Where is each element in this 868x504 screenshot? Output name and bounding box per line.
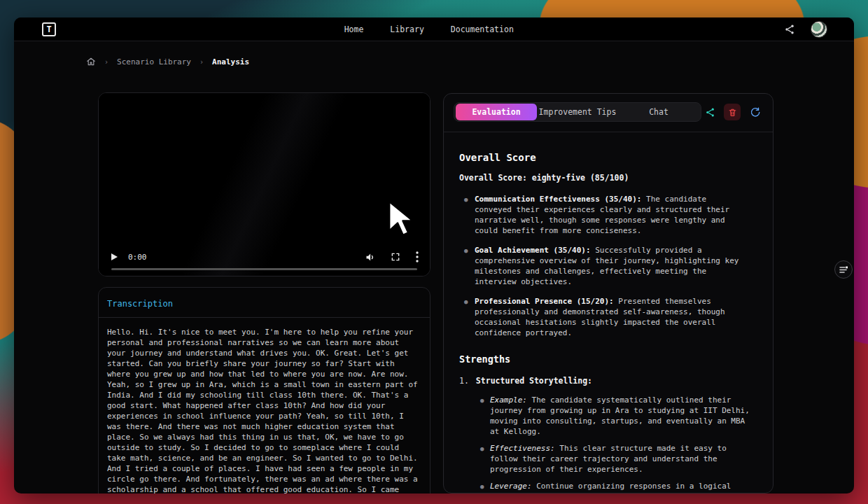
- evaluation-panel: Evaluation Improvement Tips Chat: [443, 93, 774, 493]
- play-button[interactable]: [110, 253, 118, 261]
- app-window: T Home Library Documentation: [14, 18, 854, 493]
- strength-item-title: 1.Structured Storytelling:: [459, 376, 757, 386]
- bullet-dot: ●: [464, 297, 468, 307]
- kebab-menu-icon: [416, 251, 419, 262]
- panel-toggle-button[interactable]: [834, 260, 853, 279]
- list-item: ● Communication Effectiveness (35/40): T…: [459, 194, 748, 236]
- more-options-button[interactable]: [416, 251, 419, 262]
- bullet-lead: Professional Presence (15/20):: [475, 297, 614, 306]
- bullet-dot: ●: [480, 444, 484, 454]
- app-logo[interactable]: T: [42, 22, 56, 36]
- video-time: 0:00: [128, 253, 147, 262]
- list-item: ● Goal Achievement (35/40): Successfully…: [459, 245, 748, 287]
- breadcrumb-current-analysis: Analysis: [212, 57, 249, 66]
- nav-item-documentation[interactable]: Documentation: [451, 24, 514, 34]
- evaluation-content: Overall Score Overall Score: eighty-five…: [444, 132, 773, 493]
- video-progress-bar[interactable]: [111, 268, 417, 270]
- share-icon: [705, 107, 715, 118]
- strength-details-list: ● Example: The candidate systematically …: [459, 395, 757, 493]
- home-icon[interactable]: [86, 57, 96, 66]
- nav-links: Home Library Documentation: [344, 24, 514, 34]
- breadcrumb: › Scenario Library › Analysis: [86, 57, 249, 66]
- list-item: ● Effectiveness: This clear structure ma…: [459, 443, 756, 475]
- strength-item-label: Structured Storytelling:: [476, 376, 592, 386]
- tab-bar: Evaluation Improvement Tips Chat: [454, 102, 701, 122]
- overall-score-heading: Overall Score: [459, 152, 757, 163]
- overall-score-value: Overall Score: eighty-five (85/100): [459, 173, 757, 183]
- video-controls-right: [365, 251, 419, 262]
- fullscreen-icon: [391, 252, 400, 262]
- bullet-dot: ●: [480, 482, 484, 492]
- bullet-dot: ●: [464, 246, 468, 256]
- bullet-lead: Leverage:: [490, 482, 532, 491]
- top-navbar: T Home Library Documentation: [14, 18, 854, 41]
- breadcrumb-scenario-library[interactable]: Scenario Library: [117, 57, 191, 66]
- refresh-icon: [750, 107, 760, 118]
- bullet-lead: Example:: [490, 396, 527, 405]
- volume-icon: [365, 252, 375, 262]
- list-item: ● Leverage: Continue organizing response…: [459, 481, 756, 493]
- share-evaluation-button[interactable]: [701, 104, 718, 120]
- transcription-card: Transcription Hello. Hi. It's nice to me…: [98, 287, 430, 493]
- strengths-heading: Strengths: [459, 354, 757, 365]
- tab-improvement-tips[interactable]: Improvement Tips: [537, 104, 618, 120]
- list-item: ● Professional Presence (15/20): Present…: [459, 296, 748, 338]
- share-icon: [784, 24, 795, 35]
- video-controls: 0:00: [99, 248, 430, 266]
- transcription-text: Hello. Hi. It's nice to meet you. I'm he…: [99, 318, 430, 493]
- bullet-dot: ●: [464, 195, 468, 205]
- tab-chat[interactable]: Chat: [618, 104, 699, 120]
- transcription-title: Transcription: [99, 288, 430, 317]
- tab-evaluation[interactable]: Evaluation: [456, 104, 537, 120]
- trash-icon: [728, 108, 737, 117]
- evaluation-panel-toolbar: Evaluation Improvement Tips Chat: [454, 102, 763, 122]
- bullet-lead: Effectiveness:: [490, 444, 555, 453]
- list-item: ● Example: The candidate systematically …: [459, 395, 756, 437]
- play-icon: [110, 253, 118, 261]
- score-breakdown-list: ● Communication Effectiveness (35/40): T…: [459, 194, 757, 338]
- adjustments-icon: [839, 266, 848, 274]
- strength-item-number: 1.: [459, 376, 469, 386]
- bullet-lead: Communication Effectiveness (35/40):: [475, 195, 641, 204]
- bullet-dot: ●: [480, 396, 484, 406]
- fullscreen-button[interactable]: [391, 252, 400, 262]
- breadcrumb-separator: ›: [104, 58, 108, 66]
- share-button[interactable]: [784, 24, 795, 35]
- video-player-card: 0:00: [98, 92, 430, 276]
- bullet-text: The candidate systematically outlined th…: [490, 396, 750, 436]
- breadcrumb-separator: ›: [200, 58, 204, 66]
- delete-button[interactable]: [724, 104, 741, 120]
- nav-right-actions: [784, 21, 827, 38]
- nav-item-library[interactable]: Library: [390, 24, 424, 34]
- refresh-button[interactable]: [746, 104, 763, 120]
- volume-button[interactable]: [365, 252, 375, 262]
- bullet-lead: Goal Achievement (35/40):: [475, 246, 591, 255]
- nav-item-home[interactable]: Home: [344, 24, 364, 34]
- user-avatar[interactable]: [811, 21, 827, 38]
- panel-actions: [701, 104, 763, 120]
- desktop-background: T Home Library Documentation: [0, 0, 868, 504]
